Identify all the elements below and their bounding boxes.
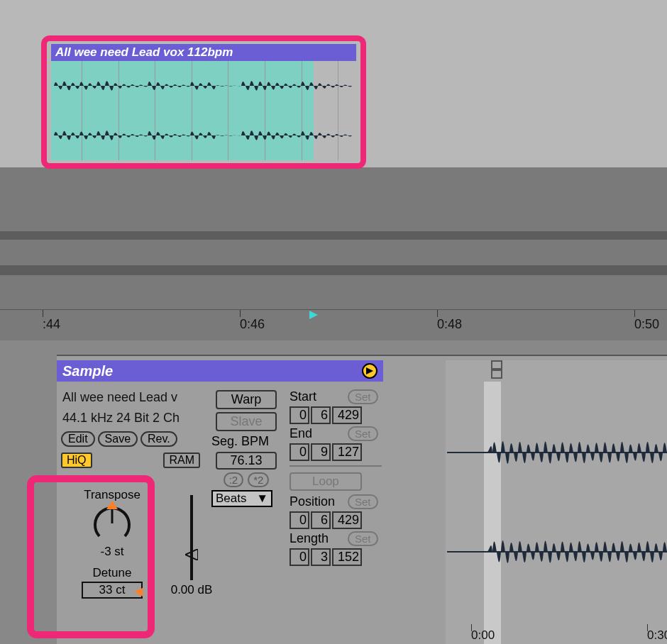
waveform-channel-left: [54, 67, 359, 105]
ruler-time-0: :44: [43, 317, 60, 332]
chevron-down-icon: ▼: [256, 492, 268, 506]
waveform-channel-right: [54, 116, 359, 155]
sample-header: Sample: [57, 360, 383, 382]
ruler-time-1: 0:46: [240, 317, 265, 332]
detune-value-box[interactable]: 33 ct ◀: [82, 582, 143, 599]
warp-toggle[interactable]: Warp: [216, 390, 277, 409]
triangle-left-icon: ◀: [134, 584, 143, 598]
track-lane-empty2[interactable]: [0, 240, 667, 265]
double-tempo-button[interactable]: *2: [248, 472, 269, 487]
sample-ruler-1: 0:30: [647, 628, 667, 643]
svg-marker-1: [366, 367, 373, 374]
divider: [290, 465, 382, 467]
save-button[interactable]: Save: [98, 431, 138, 447]
end-bars[interactable]: 0: [290, 443, 309, 461]
length-label: Length: [290, 531, 343, 546]
transpose-value[interactable]: -3 st: [61, 545, 163, 559]
transpose-knob[interactable]: [89, 502, 135, 545]
sample-header-label: Sample: [62, 363, 113, 379]
length-beats[interactable]: 3: [311, 548, 331, 566]
detune-label: Detune: [61, 566, 163, 580]
hotswap-button[interactable]: [362, 363, 377, 379]
svg-marker-3: [106, 501, 118, 509]
position-bars[interactable]: 0: [290, 511, 309, 529]
sample-waveform-view[interactable]: 0:00 0:30: [446, 360, 667, 644]
knob-indicator-icon: [106, 501, 118, 509]
start-beats[interactable]: 6: [311, 406, 331, 424]
loop-toggle[interactable]: Loop: [290, 472, 362, 491]
start-bars[interactable]: 0: [290, 406, 309, 424]
start-label: Start: [290, 389, 343, 404]
track-divider: [0, 231, 667, 240]
seg-bpm-label: Seg. BPM: [207, 434, 285, 449]
detune-value: 33 ct: [99, 583, 126, 596]
arrow-right-icon: [365, 366, 375, 376]
length-set-button[interactable]: Set: [348, 531, 378, 546]
hiq-toggle[interactable]: HiQ: [61, 453, 92, 468]
end-ticks[interactable]: 127: [332, 443, 362, 461]
ruler-time-2: 0:48: [437, 317, 462, 332]
position-label: Position: [290, 494, 343, 509]
svg-marker-0: [309, 311, 318, 319]
svg-marker-4: [185, 549, 198, 560]
sample-format-text: 44.1 kHz 24 Bit 2 Ch: [60, 408, 202, 428]
arrangement-view[interactable]: All wee need Lead vox 112bpm :44 0:46 0:…: [0, 0, 667, 340]
sample-waveform-right: [447, 509, 667, 594]
ruler-time-3: 0:50: [634, 317, 659, 332]
audio-clip[interactable]: All wee need Lead vox 112bpm: [51, 44, 356, 160]
transpose-section: Transpose -3 st Detune 33 ct ◀: [61, 488, 163, 600]
sample-device-panel: Sample All wee need Lead v 44.1 kHz 24 B…: [57, 355, 667, 644]
start-set-button[interactable]: Set: [348, 389, 378, 404]
warp-column: Warp Slave Seg. BPM 76.13 :2 *2 Beats ▼: [207, 387, 285, 510]
position-set-button[interactable]: Set: [348, 494, 378, 509]
slave-toggle[interactable]: Slave: [216, 412, 277, 431]
end-beats[interactable]: 9: [311, 443, 331, 461]
clip-gain-section: 0.00 dB: [169, 495, 214, 597]
half-tempo-button[interactable]: :2: [224, 472, 244, 487]
seg-bpm-value[interactable]: 76.13: [216, 452, 277, 470]
track-lane-empty3[interactable]: [0, 275, 667, 309]
sample-name-text[interactable]: All wee need Lead v: [60, 387, 202, 408]
warp-marker[interactable]: [491, 360, 505, 382]
clip-gain-value[interactable]: 0.00 dB: [169, 583, 214, 597]
clip-title[interactable]: All wee need Lead vox 112bpm: [51, 44, 356, 61]
edit-button[interactable]: Edit: [61, 431, 95, 447]
position-ticks[interactable]: 429: [332, 511, 362, 529]
slider-thumb-icon: [185, 549, 198, 560]
transpose-label: Transpose: [61, 488, 163, 502]
warp-mode-select[interactable]: Beats ▼: [211, 490, 272, 507]
clip-body[interactable]: [51, 61, 356, 160]
end-set-button[interactable]: Set: [348, 426, 378, 441]
track-lane-empty[interactable]: [0, 167, 667, 231]
track-divider2: [0, 265, 667, 275]
reverse-button[interactable]: Rev.: [140, 431, 177, 447]
start-ticks[interactable]: 429: [332, 406, 362, 424]
position-beats[interactable]: 6: [311, 511, 331, 529]
playhead-marker[interactable]: [309, 310, 319, 321]
timeline-ruler[interactable]: :44 0:46 0:48 0:50: [0, 309, 667, 340]
markers-column: Start Set 0 6 429 End Set 0 9 127 Loop P…: [290, 387, 440, 568]
end-label: End: [290, 426, 343, 441]
clip-gain-slider[interactable]: [190, 495, 193, 580]
sample-waveform-left: [447, 410, 667, 495]
sample-info-column: All wee need Lead v 44.1 kHz 24 Bit 2 Ch…: [60, 387, 202, 471]
length-bars[interactable]: 0: [290, 548, 309, 566]
sample-ruler-0: 0:00: [471, 628, 495, 643]
sample-ruler[interactable]: 0:00 0:30: [446, 624, 667, 644]
length-ticks[interactable]: 152: [332, 548, 362, 566]
warp-mode-value: Beats: [216, 492, 246, 506]
ram-toggle[interactable]: RAM: [163, 453, 200, 468]
